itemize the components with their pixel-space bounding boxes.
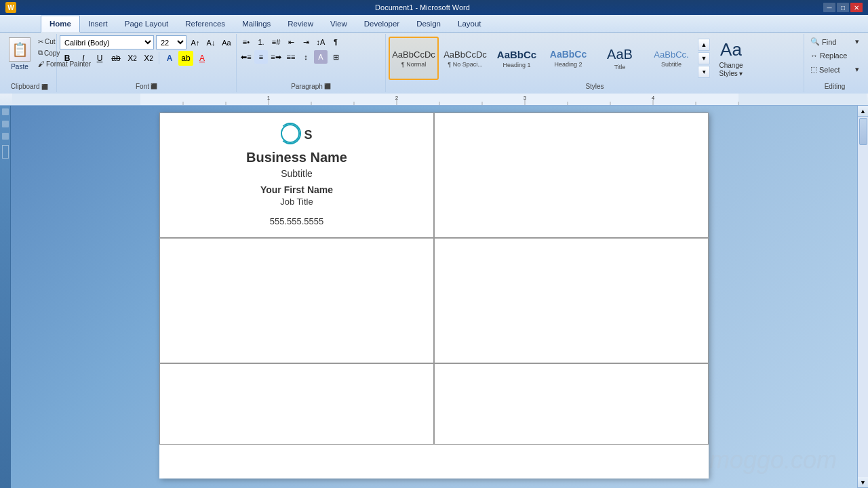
card-cell-bottom-right[interactable]: [434, 363, 709, 445]
subscript-button[interactable]: X2: [125, 51, 140, 66]
find-button[interactable]: 🔍 Find ▾: [807, 35, 863, 48]
paste-label: Paste: [11, 63, 28, 70]
navigation-pane-icon[interactable]: [2, 145, 9, 159]
numbering-button[interactable]: 1.: [254, 35, 268, 49]
card-logo-letter: S: [304, 128, 312, 142]
style-subtitle-button[interactable]: AaBbCc. Subtitle: [646, 37, 696, 80]
shading-button[interactable]: A: [314, 50, 328, 64]
sidebar-icon-1[interactable]: [2, 108, 9, 115]
style-heading2-label: Heading 2: [554, 61, 582, 68]
styles-scroll-down-button[interactable]: ▼: [698, 52, 710, 64]
decrease-indent-button[interactable]: ⇤: [284, 35, 298, 49]
tab-insert[interactable]: Insert: [80, 15, 117, 32]
styles-scroll-up-button[interactable]: ▲: [698, 39, 710, 51]
paragraph-expand-icon[interactable]: ⬛: [324, 83, 331, 89]
text-effects-button[interactable]: A: [162, 51, 177, 66]
style-normal-button[interactable]: AaBbCcDc ¶ Normal: [389, 37, 439, 80]
font-size-select[interactable]: 22 81012141824: [156, 35, 186, 49]
change-styles-button[interactable]: Aa ChangeStyles ▾: [711, 36, 751, 81]
bullets-button[interactable]: ≡•: [239, 35, 253, 49]
increase-indent-button[interactable]: ⇥: [299, 35, 313, 49]
card-cell-middle-right[interactable]: [434, 238, 709, 363]
card-cell-top-left[interactable]: S Business Name Subtitle Your First Name…: [159, 113, 434, 238]
find-icon: 🔍: [810, 37, 820, 46]
svg-text:2: 2: [395, 95, 399, 101]
title-bar-text: Document1 - Microsoft Word: [22, 3, 823, 12]
card-cell-middle-left[interactable]: [159, 238, 434, 363]
card-cell-bottom-left[interactable]: [159, 363, 434, 445]
font-name-select[interactable]: Calibri (Body) Arial Times New Roman: [60, 35, 154, 49]
styles-more-button[interactable]: ▾: [698, 66, 710, 78]
show-hide-button[interactable]: ¶: [329, 35, 342, 49]
line-spacing-button[interactable]: ↕: [299, 50, 313, 64]
justify-button[interactable]: ≡≡: [284, 50, 298, 64]
left-sidebar: [0, 106, 11, 488]
style-heading2-button[interactable]: AaBbCc Heading 2: [543, 37, 593, 80]
style-title-button[interactable]: AaB Title: [595, 37, 645, 80]
style-title-preview: AaB: [607, 47, 633, 62]
editing-group-label: Editing: [804, 83, 865, 90]
style-no-spacing-button[interactable]: AaBbCcDc ¶ No Spaci...: [440, 37, 490, 80]
clear-formatting-button[interactable]: Aa: [220, 36, 233, 49]
scroll-thumb[interactable]: [859, 118, 867, 145]
tab-page-layout[interactable]: Page Layout: [117, 15, 178, 32]
change-styles-label: ChangeStyles ▾: [719, 62, 743, 78]
tab-layout[interactable]: Layout: [450, 15, 490, 32]
text-highlight-button[interactable]: ab: [178, 51, 193, 66]
align-right-button[interactable]: ≡➡: [269, 50, 283, 64]
app-icon: W: [5, 2, 16, 13]
clipboard-expand-icon[interactable]: ⬛: [41, 84, 48, 90]
card-grid: S Business Name Subtitle Your First Name…: [159, 113, 709, 445]
font-expand-icon[interactable]: ⬛: [151, 83, 157, 89]
minimize-button[interactable]: ─: [823, 3, 835, 12]
card-job-title: Job Title: [280, 197, 313, 207]
document-page: S Business Name Subtitle Your First Name…: [159, 113, 709, 479]
tab-review[interactable]: Review: [279, 15, 322, 32]
replace-button[interactable]: ↔ Replace: [807, 49, 863, 62]
tab-mailings[interactable]: Mailings: [234, 15, 279, 32]
style-no-spacing-label: ¶ No Spaci...: [448, 61, 482, 68]
tab-view[interactable]: View: [322, 15, 356, 32]
tab-home[interactable]: Home: [41, 16, 80, 33]
svg-text:4: 4: [652, 95, 655, 101]
style-subtitle-preview: AaBbCc.: [654, 49, 688, 60]
paste-icon: [9, 37, 31, 62]
close-button[interactable]: ✕: [850, 3, 863, 12]
sidebar-icon-2[interactable]: [2, 121, 9, 127]
bold-button[interactable]: B: [60, 51, 75, 66]
style-heading1-button[interactable]: AaBbCc Heading 1: [492, 37, 542, 80]
maximize-button[interactable]: □: [837, 3, 849, 12]
font-group-label: Font ⬛: [57, 83, 236, 90]
scroll-down-button[interactable]: ▼: [858, 477, 868, 488]
tab-design[interactable]: Design: [408, 15, 450, 32]
increase-font-size-button[interactable]: A↑: [189, 36, 202, 49]
card-logo: [281, 124, 300, 143]
tab-references[interactable]: References: [177, 15, 234, 32]
multilevel-list-button[interactable]: ≡#: [269, 35, 283, 49]
vertical-scrollbar: ▲ ▼: [857, 106, 868, 488]
sidebar-icon-3[interactable]: [2, 133, 9, 140]
select-button[interactable]: ⬚ Select ▾: [807, 63, 863, 76]
card-business-name: Business Name: [246, 150, 347, 165]
style-title-label: Title: [614, 64, 626, 70]
decrease-font-size-button[interactable]: A↓: [204, 36, 218, 49]
style-heading1-label: Heading 1: [502, 62, 530, 68]
paste-button[interactable]: Paste: [5, 35, 34, 73]
align-left-button[interactable]: ⬅≡: [239, 50, 253, 64]
card-cell-top-right[interactable]: [434, 113, 709, 238]
superscript-button[interactable]: X2: [141, 51, 156, 66]
borders-button[interactable]: ⊞: [329, 50, 342, 64]
scroll-track[interactable]: [858, 117, 868, 477]
scroll-up-button[interactable]: ▲: [858, 106, 868, 117]
strikethrough-button[interactable]: ab: [108, 51, 123, 66]
align-center-button[interactable]: ≡: [254, 50, 268, 64]
italic-button[interactable]: I: [76, 51, 91, 66]
change-styles-icon: Aa: [720, 39, 742, 60]
font-color-button[interactable]: A: [195, 51, 210, 66]
style-heading2-preview: AaBbCc: [550, 49, 587, 60]
sort-button[interactable]: ↕A: [314, 35, 328, 49]
clipboard-label: Clipboard ⬛: [3, 83, 56, 90]
underline-button[interactable]: U: [92, 51, 107, 66]
svg-text:1: 1: [267, 95, 271, 101]
tab-developer[interactable]: Developer: [356, 15, 408, 32]
